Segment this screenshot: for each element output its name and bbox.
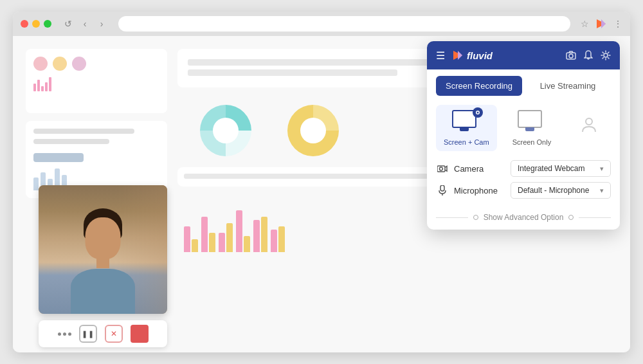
mode-section: Screen + Cam Screen Only: [427, 96, 620, 160]
mini-bar-5: [49, 77, 51, 91]
minimize-window-button[interactable]: [32, 20, 40, 28]
browser-menu-icon[interactable]: ⋮: [613, 19, 622, 29]
mini-bar-2: [37, 80, 40, 91]
traffic-lights: [21, 20, 51, 28]
screen-cam-label: Screen + Cam: [444, 138, 489, 146]
screen-only-monitor-icon: [518, 110, 542, 128]
svg-point-3: [213, 118, 239, 143]
screen-cam-icon-wrapper: [452, 110, 480, 134]
close-icon: ✕: [111, 329, 117, 338]
webcam-person: [39, 185, 167, 314]
mock-line-2: [33, 139, 109, 144]
popup-tabs: Screen Recording Live Streaming: [427, 69, 620, 96]
pie-chart-1: [197, 102, 255, 159]
camera-device-icon: [436, 162, 449, 175]
camera-row: Camera Integrated Webcam ▾: [436, 160, 611, 177]
microphone-select[interactable]: Default - Microphone ▾: [511, 182, 611, 199]
dot-2: [63, 332, 66, 336]
settings-icon[interactable]: [601, 50, 611, 60]
left-column: [26, 49, 167, 340]
mini-bar-1: [33, 84, 36, 91]
svg-point-10: [604, 53, 608, 57]
line-2: [188, 69, 397, 76]
bar-group-6: [271, 226, 285, 252]
person-body: [71, 269, 135, 314]
pause-button[interactable]: ❚❚: [79, 325, 97, 343]
mode-cam-only[interactable]: [567, 105, 611, 151]
divider-line-right: [579, 217, 611, 218]
device-section: Camera Integrated Webcam ▾: [427, 160, 620, 205]
fluvid-popup: ☰ fluvid: [427, 41, 620, 230]
hamburger-menu-icon[interactable]: ☰: [436, 50, 445, 62]
more-options-dots[interactable]: [58, 332, 71, 336]
svg-point-13: [586, 118, 592, 125]
mode-screen-only[interactable]: Screen Only: [505, 105, 559, 151]
pause-icon: ❚❚: [82, 330, 95, 338]
microphone-label: Microphone: [454, 186, 505, 196]
svg-marker-7: [458, 51, 462, 60]
back-button[interactable]: ‹: [78, 17, 91, 30]
svg-point-5: [300, 118, 326, 143]
browser-window: ↺ ‹ › ☆ ⋮: [13, 12, 630, 352]
browser-titlebar: ↺ ‹ › ☆ ⋮: [13, 12, 630, 36]
advanced-divider: Show Advanced Option: [427, 205, 620, 230]
dot-3: [68, 332, 71, 336]
mock-lines: [33, 129, 159, 162]
card2-bar-1: [33, 177, 39, 190]
recording-controls: ❚❚ ✕: [39, 320, 167, 347]
mini-bar-chart: [33, 76, 159, 91]
browser-nav: ↺ ‹ ›: [62, 17, 108, 30]
browser-actions: ☆ ⋮: [581, 17, 622, 31]
notifications-icon[interactable]: [584, 50, 593, 60]
pie-chart-2: [284, 102, 342, 159]
bookmark-icon[interactable]: ☆: [581, 19, 589, 29]
donut-3: [72, 57, 86, 71]
bar-group-3: [219, 223, 233, 252]
fluvid-extension-icon[interactable]: [594, 17, 608, 31]
svg-rect-16: [440, 185, 444, 191]
svg-point-12: [477, 112, 479, 114]
chart-card-1: [26, 49, 167, 113]
microphone-device-icon: [436, 184, 449, 197]
fluvid-logo-icon: [451, 49, 464, 62]
tab-live-streaming[interactable]: Live Streaming: [525, 76, 611, 96]
stop-button[interactable]: [131, 325, 149, 343]
cam-badge-icon: [473, 107, 483, 118]
divider-circle-right: [568, 215, 574, 220]
mode-screen-cam[interactable]: Screen + Cam: [436, 105, 497, 151]
screen-only-icon-wrapper: [518, 110, 546, 134]
refresh-button[interactable]: ↺: [62, 17, 75, 30]
fluvid-logo-text: fluvid: [467, 50, 493, 61]
advanced-option-text[interactable]: Show Advanced Option: [484, 213, 564, 222]
popup-header: ☰ fluvid: [427, 41, 620, 69]
person-neck: [96, 252, 109, 268]
microphone-row: Microphone Default - Microphone ▾: [436, 182, 611, 199]
popup-header-actions: [566, 50, 611, 60]
forward-button[interactable]: ›: [95, 17, 108, 30]
mini-bar-4: [45, 82, 48, 91]
mock-line-1: [33, 129, 134, 134]
svg-point-15: [440, 167, 443, 170]
camera-select[interactable]: Integrated Webcam ▾: [511, 160, 611, 177]
screen-only-label: Screen Only: [512, 138, 552, 146]
svg-point-9: [569, 54, 573, 58]
close-window-button[interactable]: [21, 20, 28, 28]
dot-1: [58, 332, 61, 336]
bar-group-4: [236, 210, 250, 252]
divider-circle-left: [473, 215, 478, 220]
mock-line-3: [33, 153, 84, 162]
divider-line-left: [436, 217, 468, 218]
tab-screen-recording[interactable]: Screen Recording: [436, 76, 522, 96]
bar-group-5: [253, 217, 267, 252]
maximize-window-button[interactable]: [44, 20, 51, 28]
microphone-value: Default - Microphone: [518, 186, 589, 195]
bar-group-1: [184, 226, 198, 252]
close-button[interactable]: ✕: [105, 325, 123, 343]
address-bar[interactable]: [118, 16, 570, 32]
microphone-dropdown-arrow: ▾: [600, 187, 604, 195]
cam-only-icon: [575, 110, 603, 138]
camera-value: Integrated Webcam: [518, 164, 585, 173]
camera-header-icon[interactable]: [566, 50, 576, 60]
browser-content: ❚❚ ✕ ☰ fluvid: [13, 36, 630, 352]
fluvid-logo: fluvid: [451, 49, 493, 62]
